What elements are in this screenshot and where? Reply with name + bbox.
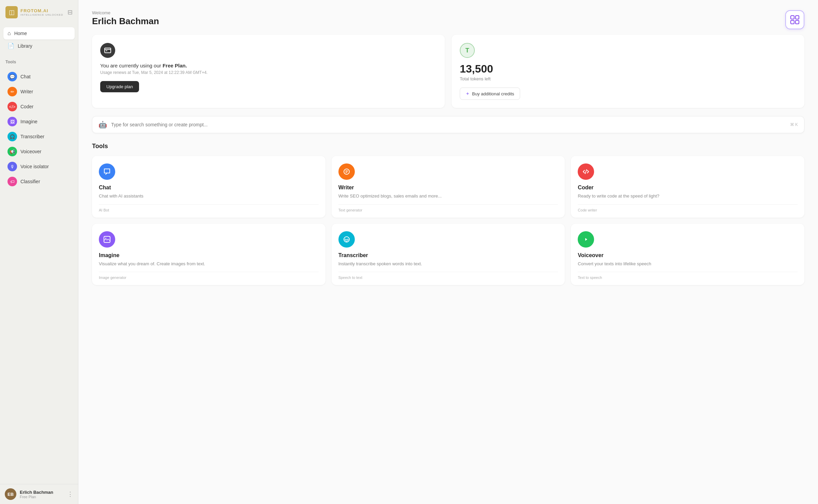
voice-isolator-dot-icon: 🎙: [7, 162, 17, 171]
footer-user-plan: Free Plan: [20, 495, 53, 499]
writer-dot-icon: ✏: [7, 87, 17, 96]
tools-nav: 💬 Chat ✏ Writer </> Coder 🖼 Imagine 🎧 Tr…: [0, 66, 78, 192]
plan-card-icon: [100, 43, 115, 58]
library-icon: 📄: [7, 43, 14, 49]
plan-text: You are currently using our Free Plan.: [100, 63, 437, 68]
tools-section-label: Tools: [0, 55, 78, 66]
welcome-greeting: Welcome: [92, 10, 804, 15]
tool-card-imagine-desc: Visualize what you dream of. Create imag…: [99, 261, 319, 267]
svg-rect-3: [796, 20, 799, 24]
svg-rect-0: [791, 16, 794, 19]
sidebar-imagine-label: Imagine: [20, 119, 37, 124]
svg-rect-1: [796, 16, 799, 19]
tool-card-transcriber-icon: [338, 231, 355, 248]
sidebar-writer-label: Writer: [20, 89, 33, 94]
classifier-dot-icon: 🏷: [7, 177, 17, 186]
search-bar: 🤖 ⌘ K: [92, 116, 804, 133]
tool-card-voiceover[interactable]: Voiceover Convert your texts into lifeli…: [571, 224, 804, 285]
tool-card-chat-desc: Chat with AI assistants: [99, 193, 319, 200]
sidebar-nav: ⌂ Home 📄 Library: [0, 25, 78, 55]
footer-user-info: Erlich Bachman Free Plan: [20, 490, 53, 499]
logo-subtitle: INTELLIGENCE UNLOCKED: [20, 13, 63, 16]
plan-card: You are currently using our Free Plan. U…: [92, 35, 445, 108]
tool-card-transcriber[interactable]: Transcriber Instantly transcribe spoken …: [332, 224, 565, 285]
sidebar-item-chat[interactable]: 💬 Chat: [3, 69, 75, 84]
tools-grid: Chat Chat with AI assistants AI Bot Writ…: [92, 156, 804, 285]
tool-card-voiceover-desc: Convert your texts into lifelike speech: [578, 261, 798, 267]
footer-user-name: Erlich Bachman: [20, 490, 53, 495]
sidebar-item-transcriber[interactable]: 🎧 Transcriber: [3, 129, 75, 144]
sidebar-footer: EB Erlich Bachman Free Plan ⋮: [0, 484, 78, 504]
tokens-number: 13,500: [460, 63, 796, 75]
sidebar: ◫ FROTOM.AI INTELLIGENCE UNLOCKED ⊟ ⌂ Ho…: [0, 0, 78, 504]
sidebar-toggle-icon[interactable]: ⊟: [67, 9, 73, 16]
tool-card-transcriber-tag: Speech to text: [338, 272, 558, 280]
buy-credits-label: Buy additional credits: [472, 91, 514, 96]
chat-dot-icon: 💬: [7, 72, 17, 81]
tool-card-chat-tag: AI Bot: [99, 204, 319, 212]
sidebar-item-coder[interactable]: </> Coder: [3, 99, 75, 114]
svg-rect-4: [105, 48, 111, 53]
tool-card-writer-desc: Write SEO optimized blogs, sales emails …: [338, 193, 558, 200]
tokens-card-icon: T: [460, 43, 475, 58]
sidebar-item-writer[interactable]: ✏ Writer: [3, 84, 75, 99]
sidebar-chat-label: Chat: [20, 74, 31, 79]
search-shortcut-text: ⌘ K: [790, 122, 798, 127]
sidebar-item-classifier[interactable]: 🏷 Classifier: [3, 174, 75, 189]
logo-area: ◫ FROTOM.AI INTELLIGENCE UNLOCKED ⊟: [0, 0, 78, 25]
tokens-card: T 13,500 Total tokens left ✦ Buy additio…: [452, 35, 804, 108]
plan-renewal: Usage renews at Tue, Mar 5, 2024 at 12:2…: [100, 70, 437, 75]
search-input[interactable]: [111, 122, 786, 127]
logo-icon: ◫: [5, 6, 18, 18]
spark-icon: ✦: [466, 91, 470, 96]
sidebar-voiceover-label: Voiceover: [20, 149, 41, 154]
plan-name: Free Plan.: [163, 63, 187, 68]
sidebar-item-voice-isolator[interactable]: 🎙 Voice isolator: [3, 159, 75, 174]
tool-card-imagine-icon: [99, 231, 115, 248]
tool-card-voiceover-icon: [578, 231, 594, 248]
tool-card-coder-desc: Ready to write code at the speed of ligh…: [578, 193, 798, 200]
search-bot-icon: 🤖: [99, 121, 107, 129]
tool-card-voiceover-tag: Text to speech: [578, 272, 798, 280]
tool-card-coder-tag: Code writer: [578, 204, 798, 212]
voiceover-dot-icon: 📢: [7, 147, 17, 156]
tool-card-imagine-tag: Image generator: [99, 272, 319, 280]
tool-card-writer[interactable]: Writer Write SEO optimized blogs, sales …: [332, 156, 565, 218]
svg-rect-6: [106, 50, 107, 51]
svg-rect-2: [791, 20, 794, 24]
tokens-label: Total tokens left: [460, 76, 796, 81]
sidebar-voice-isolator-label: Voice isolator: [20, 164, 49, 169]
sidebar-coder-label: Coder: [20, 104, 33, 109]
tool-card-chat-name: Chat: [99, 185, 319, 191]
tool-card-writer-name: Writer: [338, 185, 558, 191]
coder-dot-icon: </>: [7, 102, 17, 111]
sidebar-item-library-label: Library: [18, 43, 32, 49]
tool-card-voiceover-name: Voiceover: [578, 252, 798, 258]
sidebar-classifier-label: Classifier: [20, 179, 40, 184]
tool-card-coder[interactable]: Coder Ready to write code at the speed o…: [571, 156, 804, 218]
tool-card-chat[interactable]: Chat Chat with AI assistants AI Bot: [92, 156, 325, 218]
avatar: EB: [5, 488, 16, 500]
tool-card-imagine[interactable]: Imagine Visualize what you dream of. Cre…: [92, 224, 325, 285]
home-icon: ⌂: [7, 30, 11, 36]
logo-text-block: FROTOM.AI INTELLIGENCE UNLOCKED: [20, 8, 63, 16]
sidebar-item-voiceover[interactable]: 📢 Voiceover: [3, 144, 75, 159]
transcriber-dot-icon: 🎧: [7, 132, 17, 141]
search-shortcut: ⌘ K: [790, 122, 798, 127]
tool-card-writer-tag: Text generator: [338, 204, 558, 212]
tool-card-writer-icon: [338, 163, 355, 180]
imagine-dot-icon: 🖼: [7, 117, 17, 126]
sidebar-item-imagine[interactable]: 🖼 Imagine: [3, 114, 75, 129]
sidebar-item-home-label: Home: [14, 31, 27, 36]
footer-menu-icon[interactable]: ⋮: [67, 490, 73, 498]
tool-card-imagine-name: Imagine: [99, 252, 319, 258]
logo-name: FROTOM.AI: [20, 8, 63, 13]
upgrade-plan-button[interactable]: Upgrade plan: [100, 81, 139, 92]
sidebar-item-home[interactable]: ⌂ Home: [3, 27, 75, 40]
buy-credits-button[interactable]: ✦ Buy additional credits: [460, 88, 520, 100]
top-cards: You are currently using our Free Plan. U…: [92, 35, 804, 108]
plan-prefix: You are currently using our: [100, 63, 163, 68]
tool-card-coder-icon: [578, 163, 594, 180]
tools-heading: Tools: [92, 143, 804, 150]
sidebar-item-library[interactable]: 📄 Library: [3, 40, 75, 52]
